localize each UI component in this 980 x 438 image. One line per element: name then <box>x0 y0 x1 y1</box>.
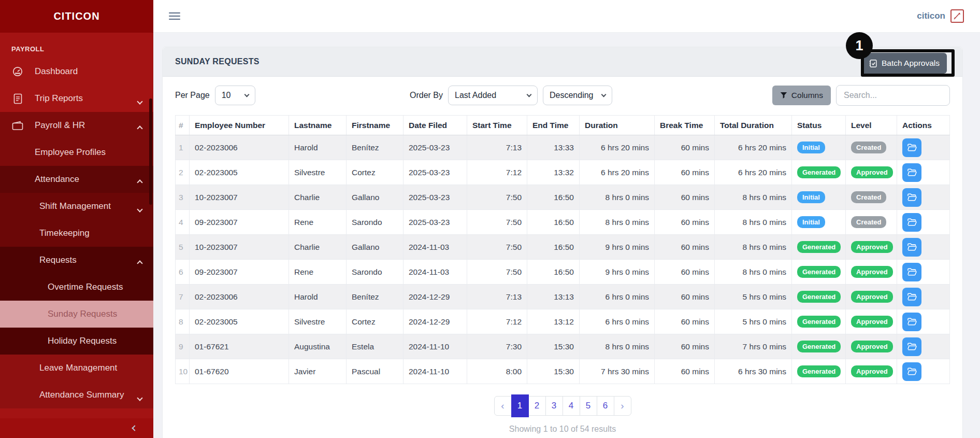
table-row: 102-2023006HaroldBenítez2025-03-237:1313… <box>176 135 950 160</box>
folder-open-icon <box>907 267 917 276</box>
sidebar-item-label: Holiday Requests <box>48 336 117 346</box>
open-request-button[interactable] <box>902 163 921 182</box>
chevron-down-icon <box>138 204 142 214</box>
cell-end-time: 16:50 <box>527 210 580 235</box>
cell-actions <box>897 135 950 160</box>
cell-employee-number: 02-2023005 <box>190 309 289 334</box>
cell-duration: 9 hrs 0 mins <box>580 235 655 260</box>
cell-end-time: 16:50 <box>527 185 580 210</box>
cell-status: Generated <box>792 285 846 309</box>
order-by-group: Order By Last Added Descending <box>410 85 612 106</box>
order-direction-value: Descending <box>550 91 594 100</box>
cell-idx: 5 <box>176 235 190 260</box>
pagination-prev-button[interactable]: ‹ <box>494 396 512 416</box>
open-request-button[interactable] <box>902 337 921 356</box>
open-request-button[interactable] <box>902 138 921 157</box>
cell-firstname: Cortez <box>347 309 403 334</box>
cell-lastname: Silvestre <box>289 160 347 185</box>
batch-approvals-button[interactable]: Batch Approvals <box>861 53 947 74</box>
chevron-up-icon <box>138 123 142 133</box>
open-request-button[interactable] <box>902 288 921 306</box>
broken-image-icon <box>950 9 964 23</box>
pagination-page-2[interactable]: 2 <box>528 396 546 416</box>
sidebar-item-overtime-requests[interactable]: Overtime Requests <box>0 274 153 301</box>
cell-end-time: 16:50 <box>527 235 580 260</box>
open-request-button[interactable] <box>902 188 921 207</box>
topbar-user[interactable]: citicon <box>917 9 964 23</box>
table-row: 202-2023005SilvestreCortez2025-03-237:12… <box>176 160 950 185</box>
sidebar: CITICON PAYROLL DashboardTrip ReportsPay… <box>0 0 153 438</box>
cell-level: Approved <box>846 334 897 359</box>
sidebar-item-dashboard[interactable]: Dashboard <box>0 58 153 85</box>
table-controls: Per Page 10 Order By Last Added <box>175 85 950 106</box>
columns-button[interactable]: Columns <box>772 86 831 105</box>
cell-status: Generated <box>792 309 846 334</box>
sidebar-item-trip-reports[interactable]: Trip Reports <box>0 85 153 112</box>
sidebar-item-payroll-hr[interactable]: Payroll & HR <box>0 112 153 139</box>
folder-open-icon <box>907 342 917 351</box>
cell-total-duration: 5 hrs 0 mins <box>715 285 792 309</box>
order-direction-select[interactable]: Descending <box>543 86 612 105</box>
sidebar-item-label: Payroll & HR <box>35 120 85 131</box>
cell-start-time: 7:13 <box>467 135 527 160</box>
pagination-next-button[interactable]: › <box>614 396 631 416</box>
open-request-button[interactable] <box>902 263 921 281</box>
sunday-requests-panel: SUNDAY REQUESTS 1 Batch Approvals <box>162 47 963 438</box>
hamburger-menu-icon[interactable] <box>169 10 180 22</box>
sidebar-item-attendance-summary[interactable]: Attendance Summary <box>0 382 153 408</box>
table-row: 409-2023007ReneSarondo2025-03-237:5016:5… <box>176 210 950 235</box>
cell-actions <box>897 359 950 384</box>
sidebar-item-label: Timekeeping <box>39 228 90 238</box>
cell-break-time: 60 mins <box>655 285 715 309</box>
cell-lastname: Harold <box>289 135 347 160</box>
cell-duration: 8 hrs 0 mins <box>580 210 655 235</box>
pagination-page-3[interactable]: 3 <box>545 396 563 416</box>
cell-total-duration: 8 hrs 0 mins <box>715 260 792 285</box>
cell-duration: 7 hrs 30 mins <box>580 359 655 384</box>
sidebar-collapse-bar[interactable] <box>0 418 153 438</box>
level-badge: Approved <box>851 316 893 328</box>
cell-idx: 3 <box>176 185 190 210</box>
cell-break-time: 60 mins <box>655 160 715 185</box>
open-request-button[interactable] <box>902 213 921 232</box>
order-by-value: Last Added <box>455 91 496 100</box>
pagination-page-4[interactable]: 4 <box>563 396 580 416</box>
open-request-button[interactable] <box>902 313 921 331</box>
chevron-down-icon <box>138 392 142 403</box>
open-request-button[interactable] <box>902 362 921 381</box>
sidebar-item-holiday-requests[interactable]: Holiday Requests <box>0 328 153 355</box>
sidebar-item-shift-management[interactable]: Shift Management <box>0 193 153 220</box>
column-header: Break Time <box>655 116 715 135</box>
order-by-select[interactable]: Last Added <box>448 86 538 105</box>
file-text-icon <box>12 93 23 104</box>
cell-idx: 4 <box>176 210 190 235</box>
cell-start-time: 7:30 <box>467 334 527 359</box>
sidebar-item-employee-profiles[interactable]: Employee Profiles <box>0 139 153 166</box>
pagination-page-1[interactable]: 1 <box>511 394 529 417</box>
pagination-page-6[interactable]: 6 <box>597 396 614 416</box>
status-badge: Generated <box>797 341 841 352</box>
wallet-icon <box>12 120 23 131</box>
search-input[interactable] <box>836 85 950 106</box>
cell-date-filed: 2024-11-10 <box>403 334 467 359</box>
per-page-select[interactable]: 10 <box>215 86 255 105</box>
sidebar-item-sunday-requests[interactable]: Sunday Requests <box>0 301 153 328</box>
cell-employee-number: 02-2023006 <box>190 285 289 309</box>
page-content: SUNDAY REQUESTS 1 Batch Approvals <box>153 33 980 438</box>
pagination-page-5[interactable]: 5 <box>580 396 597 416</box>
cell-idx: 10 <box>176 359 190 384</box>
column-header: Total Duration <box>715 116 792 135</box>
sidebar-scrollbar[interactable] <box>149 98 152 205</box>
column-header: Start Time <box>467 116 527 135</box>
chevron-up-icon <box>138 177 142 187</box>
sidebar-item-requests[interactable]: Requests <box>0 247 153 274</box>
cell-date-filed: 2025-03-23 <box>403 135 467 160</box>
sidebar-item-attendance[interactable]: Attendance <box>0 166 153 193</box>
sidebar-item-label: Attendance Summary <box>39 390 124 400</box>
cell-level: Approved <box>846 309 897 334</box>
sidebar-item-timekeeping[interactable]: Timekeeping <box>0 220 153 247</box>
open-request-button[interactable] <box>902 238 921 257</box>
sidebar-item-leave-management[interactable]: Leave Management <box>0 355 153 382</box>
sidebar-item-label: Trip Reports <box>35 93 83 104</box>
cell-status: Initial <box>792 135 846 160</box>
